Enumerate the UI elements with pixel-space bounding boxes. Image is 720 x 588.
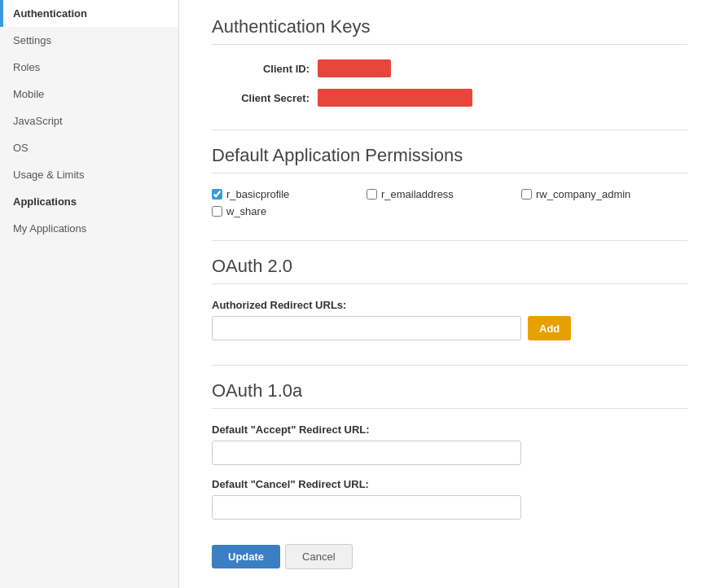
auth-keys-section: Authentication Keys Client ID: Client Se… — [212, 16, 687, 107]
sidebar-item-label: Settings — [13, 34, 51, 46]
divider-2 — [212, 240, 687, 241]
update-button[interactable]: Update — [212, 545, 280, 568]
cancel-redirect-field: Default "Cancel" Redirect URL: — [212, 478, 687, 520]
sidebar-item-my-applications[interactable]: My Applications — [0, 215, 178, 242]
client-secret-value — [318, 89, 472, 107]
form-actions: Update Cancel — [212, 544, 687, 569]
permission-r-basicprofile[interactable]: r_basicprofile — [212, 188, 342, 200]
authorized-redirect-input[interactable] — [212, 316, 521, 340]
permission-label-w-share: w_share — [226, 205, 266, 217]
accept-redirect-input[interactable] — [212, 441, 521, 465]
oauth20-section: OAuth 2.0 Authorized Redirect URLs: Add — [212, 256, 687, 340]
sidebar-item-label: Mobile — [13, 88, 44, 100]
oauth10a-section: OAuth 1.0a Default "Accept" Redirect URL… — [212, 380, 687, 520]
cancel-redirect-label: Default "Cancel" Redirect URL: — [212, 478, 687, 490]
client-id-row: Client ID: — [212, 59, 687, 77]
sidebar-item-label: JavaScript — [13, 115, 63, 127]
sidebar-item-label: Roles — [13, 61, 40, 73]
authorized-redirect-label: Authorized Redirect URLs: — [212, 299, 687, 311]
checkbox-r-basicprofile[interactable] — [212, 189, 222, 200]
permissions-title: Default Application Permissions — [212, 145, 687, 173]
sidebar-item-label: Authentication — [13, 7, 87, 20]
client-secret-row: Client Secret: — [212, 89, 687, 107]
oauth20-title: OAuth 2.0 — [212, 256, 687, 284]
authorized-redirect-input-row: Add — [212, 316, 687, 340]
add-button[interactable]: Add — [528, 316, 571, 340]
sidebar-item-settings[interactable]: Settings — [0, 27, 178, 54]
checkbox-w-share[interactable] — [212, 206, 222, 217]
divider-3 — [212, 365, 687, 366]
accept-redirect-input-row — [212, 441, 687, 465]
permissions-row-1: r_basicprofile r_emailaddress rw_company… — [212, 188, 687, 200]
client-id-label: Client ID: — [212, 63, 310, 75]
sidebar-item-javascript[interactable]: JavaScript — [0, 108, 178, 134]
sidebar-section-applications: Applications — [0, 188, 178, 215]
cancel-redirect-input[interactable] — [212, 495, 521, 520]
sidebar-item-label: My Applications — [13, 222, 86, 235]
permission-label-rw-company-admin: rw_company_admin — [536, 188, 630, 200]
permission-label-r-basicprofile: r_basicprofile — [226, 188, 289, 200]
cancel-redirect-input-row — [212, 495, 687, 520]
main-content: Authentication Keys Client ID: Client Se… — [179, 0, 720, 588]
permission-rw-company-admin[interactable]: rw_company_admin — [521, 188, 652, 200]
oauth10a-title: OAuth 1.0a — [212, 380, 687, 409]
sidebar-item-os[interactable]: OS — [0, 134, 178, 161]
client-secret-label: Client Secret: — [212, 92, 310, 104]
checkbox-rw-company-admin[interactable] — [521, 189, 532, 200]
accept-redirect-field: Default "Accept" Redirect URL: — [212, 423, 687, 465]
divider-1 — [212, 129, 687, 130]
permission-w-share[interactable]: w_share — [212, 205, 342, 217]
sidebar-item-label: Usage & Limits — [13, 169, 84, 181]
permission-label-r-emailaddress: r_emailaddress — [381, 188, 454, 200]
client-id-value — [318, 59, 391, 77]
sidebar-item-label: OS — [13, 142, 29, 154]
authorized-redirect-field: Authorized Redirect URLs: Add — [212, 299, 687, 340]
cancel-button[interactable]: Cancel — [285, 544, 352, 569]
sidebar-item-roles[interactable]: Roles — [0, 54, 178, 81]
sidebar: Authentication Settings Roles Mobile Jav… — [0, 0, 179, 588]
sidebar-item-usage-limits[interactable]: Usage & Limits — [0, 161, 178, 188]
sidebar-item-authentication[interactable]: Authentication — [0, 0, 178, 27]
permission-r-emailaddress[interactable]: r_emailaddress — [367, 188, 497, 200]
permissions-row-2: w_share — [212, 205, 687, 217]
auth-keys-title: Authentication Keys — [212, 16, 687, 45]
permissions-section: Default Application Permissions r_basicp… — [212, 145, 687, 217]
accept-redirect-label: Default "Accept" Redirect URL: — [212, 423, 687, 436]
checkbox-r-emailaddress[interactable] — [367, 189, 377, 200]
sidebar-item-mobile[interactable]: Mobile — [0, 81, 178, 108]
